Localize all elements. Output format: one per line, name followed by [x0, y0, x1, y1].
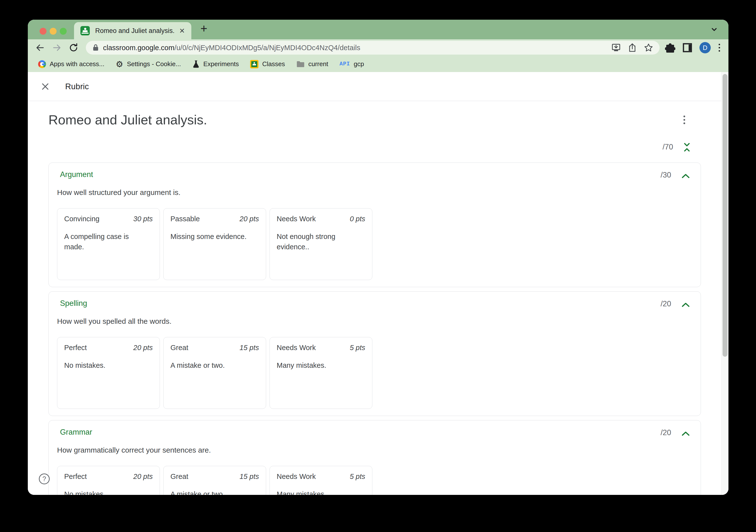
bookmark-classes[interactable]: Classes: [250, 60, 285, 68]
share-icon[interactable]: [628, 43, 636, 52]
bookmark-label: Classes: [262, 60, 285, 68]
bookmark-experiments[interactable]: Experiments: [192, 60, 239, 68]
browser-toolbar: classroom.google.com/u/0/c/NjEyMDI4ODIxM…: [28, 39, 728, 56]
address-bar[interactable]: classroom.google.com/u/0/c/NjEyMDI4ODIxM…: [86, 41, 660, 55]
classroom-favicon-icon: [80, 26, 90, 36]
level-card[interactable]: Passable20 pts Missing some evidence.: [163, 208, 266, 280]
level-card[interactable]: Perfect20 pts No mistakes.: [57, 466, 160, 495]
bookmark-settings-cookie[interactable]: ⚙ Settings - Cookie...: [116, 60, 181, 68]
forward-button[interactable]: [51, 42, 62, 53]
close-rubric-icon[interactable]: [40, 82, 50, 91]
close-window-button[interactable]: [40, 28, 46, 35]
level-title: Needs Work: [277, 472, 316, 481]
url-domain: classroom.google.com: [103, 44, 175, 52]
level-title: Great: [171, 344, 188, 352]
rubric-menu-icon[interactable]: [683, 115, 686, 125]
criteria-list: Argument /30 How well structured your ar…: [48, 163, 701, 495]
level-card[interactable]: Needs Work5 pts Many mistakes.: [270, 337, 372, 409]
bookmark-gcp[interactable]: API gcp: [339, 60, 364, 68]
level-description: Not enough strong evidence..: [277, 231, 358, 252]
api-icon: API: [339, 61, 350, 67]
tab-search-chevron-icon[interactable]: [710, 26, 718, 33]
level-description: Missing some evidence.: [171, 231, 252, 242]
collapse-criterion-icon[interactable]: [681, 173, 691, 180]
level-title: Perfect: [64, 344, 87, 352]
new-tab-button[interactable]: +: [201, 22, 207, 35]
level-description: A mistake or two.: [171, 489, 252, 495]
criterion-description: How well you spelled all the words.: [57, 317, 172, 326]
assignment-title: Romeo and Juliet analysis.: [48, 112, 207, 127]
bookmarks-bar: Apps with access... ⚙ Settings - Cookie.…: [28, 56, 728, 72]
bookmark-current-folder[interactable]: current: [296, 60, 328, 68]
zoom-window-button[interactable]: [60, 28, 67, 35]
bookmark-label: gcp: [354, 60, 364, 68]
level-description: A compelling case is made.: [64, 231, 145, 252]
criterion-points: /20: [661, 300, 671, 308]
level-card[interactable]: Perfect20 pts No mistakes.: [57, 337, 160, 409]
criterion-description: How well structured your argument is.: [57, 188, 180, 197]
criterion-name: Argument: [60, 170, 93, 179]
side-panel-icon[interactable]: [682, 42, 692, 53]
lock-icon[interactable]: [92, 44, 99, 52]
profile-avatar[interactable]: D: [699, 42, 711, 53]
tab-title: Romeo and Juliet analysis.: [95, 27, 176, 35]
browser-menu-icon[interactable]: [717, 43, 721, 53]
criterion-argument: Argument /30 How well structured your ar…: [48, 163, 701, 287]
level-card[interactable]: Needs Work0 pts Not enough strong eviden…: [270, 208, 372, 280]
criterion-name: Spelling: [60, 299, 87, 308]
bookmark-label: Settings - Cookie...: [127, 60, 181, 68]
install-app-icon[interactable]: [611, 43, 621, 52]
level-title: Needs Work: [277, 215, 316, 223]
level-points: 20 pts: [133, 472, 153, 481]
gear-icon: ⚙: [116, 60, 123, 68]
level-card[interactable]: Great15 pts A mistake or two.: [163, 337, 266, 409]
url-path: /u/0/c/NjEyMDI4ODIxMDg5/a/NjEyMDI4ODc4Nz…: [175, 44, 360, 52]
reload-button[interactable]: [68, 42, 79, 53]
levels-row: Convincing30 pts A compelling case is ma…: [57, 208, 372, 280]
classroom-icon: [250, 60, 258, 68]
minimize-window-button[interactable]: [50, 28, 57, 35]
level-card[interactable]: Great15 pts A mistake or two.: [163, 466, 266, 495]
flask-icon: [192, 60, 200, 68]
level-title: Convincing: [64, 215, 99, 223]
page-scrollbar[interactable]: [721, 72, 728, 495]
level-points: 5 pts: [350, 472, 365, 481]
levels-row: Perfect20 pts No mistakes. Great15 pts A…: [57, 466, 372, 495]
level-points: 15 pts: [239, 344, 259, 352]
levels-row: Perfect20 pts No mistakes. Great15 pts A…: [57, 337, 372, 409]
back-button[interactable]: [35, 42, 45, 53]
level-title: Needs Work: [277, 344, 316, 352]
rubric-panel-header: Rubric: [28, 72, 721, 101]
scrollbar-thumb[interactable]: [722, 74, 727, 357]
browser-tab[interactable]: Romeo and Juliet analysis. ✕: [74, 22, 191, 39]
tab-strip: Romeo and Juliet analysis. ✕ +: [28, 20, 728, 39]
bookmark-label: Experiments: [203, 60, 239, 68]
criterion-spelling: Spelling /20 How well you spelled all th…: [48, 291, 701, 416]
level-card[interactable]: Needs Work5 pts Many mistakes.: [270, 466, 372, 495]
level-description: Many mistakes.: [277, 489, 358, 495]
browser-window: Romeo and Juliet analysis. ✕ + classroom…: [28, 20, 728, 495]
help-icon[interactable]: ?: [39, 473, 50, 484]
rubric-panel-title: Rubric: [65, 82, 89, 91]
level-points: 20 pts: [133, 344, 153, 352]
bookmark-label: current: [309, 60, 328, 68]
criterion-points: /30: [661, 171, 671, 179]
extensions-puzzle-icon[interactable]: [665, 42, 675, 53]
collapse-criterion-icon[interactable]: [681, 430, 691, 438]
tab-close-icon[interactable]: ✕: [179, 27, 185, 35]
folder-icon: [296, 61, 305, 67]
url-text[interactable]: classroom.google.com/u/0/c/NjEyMDI4ODIxM…: [103, 44, 604, 52]
level-description: A mistake or two.: [171, 360, 252, 370]
window-controls[interactable]: [40, 28, 67, 35]
level-description: Many mistakes.: [277, 360, 358, 370]
collapse-criterion-icon[interactable]: [681, 302, 691, 309]
level-description: No mistakes.: [64, 489, 145, 495]
bookmark-star-icon[interactable]: [644, 43, 653, 52]
classroom-rubric-page: Rubric Romeo and Juliet analysis. /70 Ar…: [28, 72, 728, 495]
collapse-all-icon[interactable]: [681, 142, 692, 153]
criterion-points: /20: [661, 428, 671, 437]
level-card[interactable]: Convincing30 pts A compelling case is ma…: [57, 208, 160, 280]
level-title: Great: [171, 472, 188, 481]
level-title: Perfect: [64, 472, 87, 481]
bookmark-apps-with-access[interactable]: Apps with access...: [38, 60, 104, 68]
